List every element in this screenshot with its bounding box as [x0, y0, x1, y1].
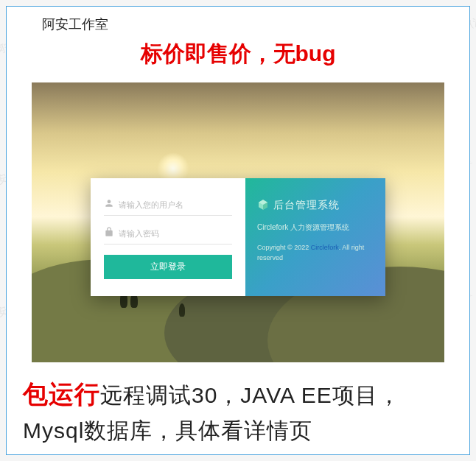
studio-name: 阿安工作室	[42, 15, 108, 33]
login-button[interactable]: 立即登录	[104, 255, 232, 279]
info-panel: 后台管理系统 Circlefork 人力资源管理系统 Copyright © 2…	[245, 178, 385, 296]
app-screenshot: 立即登录 后台管理系统 Circlefork 人力资源管理系统 Copyrigh…	[32, 82, 444, 362]
lock-icon	[104, 227, 119, 240]
cube-icon	[257, 199, 269, 212]
copyright: Copyright © 2022 Circlefork. All right r…	[257, 243, 374, 263]
system-title: 后台管理系统	[273, 199, 340, 212]
copyright-prefix: Copyright © 2022	[257, 244, 311, 251]
tree-decor	[179, 303, 185, 317]
copyright-brand: Circlefork	[311, 244, 339, 251]
description-emphasis: 包运行	[23, 380, 100, 408]
login-form: 立即登录	[91, 178, 245, 296]
user-icon	[104, 198, 119, 211]
password-input[interactable]	[119, 229, 232, 238]
system-subtitle: Circlefork 人力资源管理系统	[257, 222, 374, 233]
product-card-frame: 阿安工作室 标价即售价，无bug	[6, 6, 470, 455]
password-row	[104, 223, 232, 244]
username-row	[104, 194, 232, 216]
headline: 标价即售价，无bug	[7, 39, 469, 69]
description: 包运行远程调试30，JAVA EE项目，Mysql数据库，具体看详情页	[23, 375, 453, 448]
login-card: 立即登录 后台管理系统 Circlefork 人力资源管理系统 Copyrigh…	[91, 178, 385, 296]
username-input[interactable]	[119, 200, 232, 209]
